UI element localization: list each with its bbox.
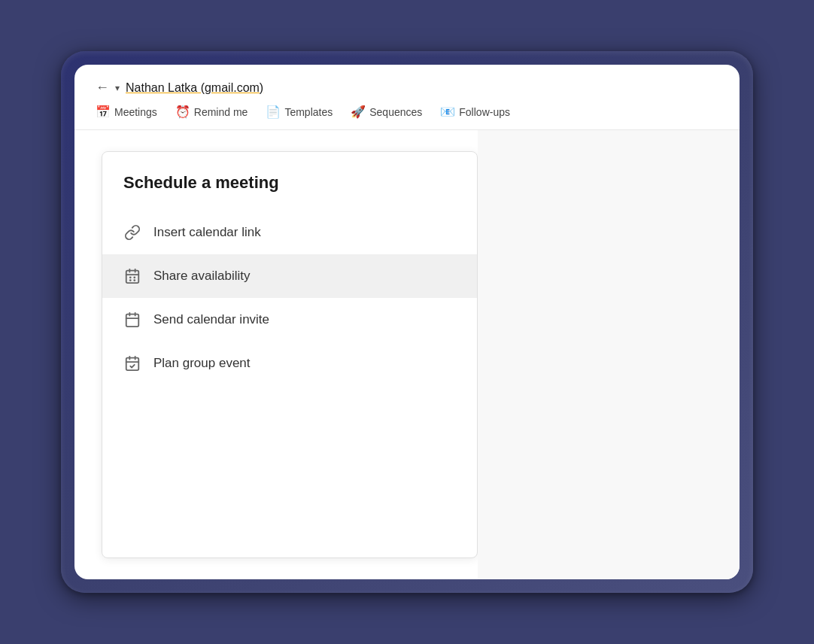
calendar-icon [123, 311, 141, 328]
send-calendar-invite-label: Send calendar invite [153, 312, 269, 327]
sequences-emoji-icon: 🚀 [351, 105, 366, 119]
follow-ups-label: Follow-ups [459, 106, 510, 118]
meetings-label: Meetings [114, 106, 157, 118]
plan-group-event-label: Plan group event [153, 356, 251, 371]
meetings-emoji-icon: 📅 [96, 105, 111, 119]
outer-frame: ← ▾ Nathan Latka (gmail.com) 📅 Meetings … [61, 51, 753, 593]
email-link[interactable]: Nathan Latka (gmail.com) [126, 81, 263, 95]
back-icon[interactable]: ← [96, 80, 109, 96]
remind-me-emoji-icon: ⏰ [175, 105, 190, 119]
insert-calendar-link-label: Insert calendar link [153, 225, 261, 240]
toolbar: ← ▾ Nathan Latka (gmail.com) 📅 Meetings … [74, 65, 740, 130]
templates-emoji-icon: 📄 [266, 105, 281, 119]
content-area: Schedule a meeting Insert calendar link [74, 130, 740, 579]
toolbar-nav: 📅 Meetings ⏰ Remind me 📄 Templates 🚀 Seq… [96, 105, 718, 119]
menu-item-send-calendar-invite[interactable]: Send calendar invite [102, 298, 477, 342]
follow-ups-emoji-icon: 📧 [440, 105, 455, 119]
menu-item-plan-group-event[interactable]: Plan group event [102, 342, 477, 385]
share-availability-label: Share availability [153, 269, 251, 284]
calendar-grid-icon [123, 268, 141, 284]
panel-title: Schedule a meeting [102, 173, 477, 211]
link-icon [123, 224, 141, 241]
remind-me-label: Remind me [194, 106, 248, 118]
menu-item-insert-calendar-link[interactable]: Insert calendar link [102, 211, 477, 254]
svg-rect-8 [126, 314, 139, 327]
menu-item-share-availability[interactable]: Share availability [102, 254, 477, 298]
nav-item-remind-me[interactable]: ⏰ Remind me [175, 105, 248, 119]
nav-item-templates[interactable]: 📄 Templates [266, 105, 333, 119]
dropdown-arrow-icon[interactable]: ▾ [115, 83, 120, 93]
schedule-meeting-panel: Schedule a meeting Insert calendar link [102, 151, 478, 558]
inner-frame: ← ▾ Nathan Latka (gmail.com) 📅 Meetings … [74, 65, 740, 579]
templates-label: Templates [284, 106, 333, 118]
nav-item-meetings[interactable]: 📅 Meetings [96, 105, 157, 119]
svg-rect-12 [126, 358, 139, 371]
right-panel [478, 130, 740, 579]
nav-item-sequences[interactable]: 🚀 Sequences [351, 105, 422, 119]
calendar-check-icon [123, 355, 141, 372]
nav-item-follow-ups[interactable]: 📧 Follow-ups [440, 105, 510, 119]
toolbar-top: ← ▾ Nathan Latka (gmail.com) [96, 80, 718, 96]
svg-rect-0 [126, 271, 139, 284]
sequences-label: Sequences [369, 106, 422, 118]
